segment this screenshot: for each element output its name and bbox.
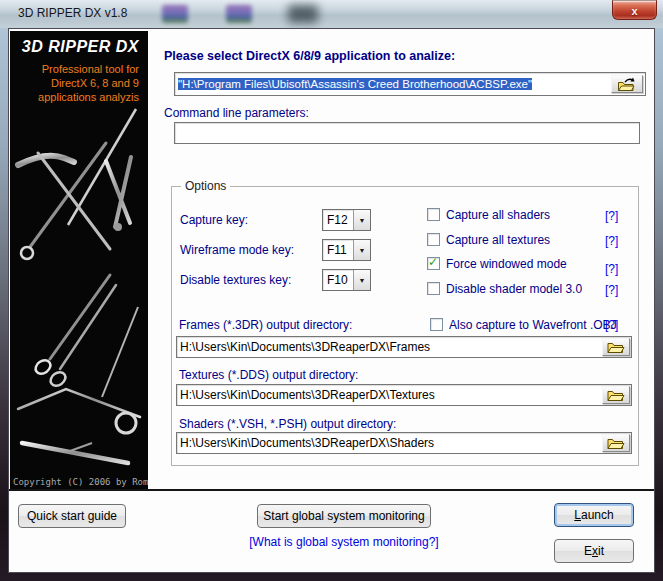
capture-all-shaders-help-link[interactable]: [?] [605, 209, 618, 223]
footer-bar: Quick start guide Start global system mo… [9, 489, 654, 572]
disable-shader-model-help-link[interactable]: [?] [605, 283, 618, 297]
open-folder-arrow-icon [617, 77, 637, 92]
disable-textures-key-dropdown-button[interactable]: ▼ [353, 270, 370, 290]
disable-shader-model-label: Disable shader model 3.0 [446, 282, 582, 296]
wavefront-obj-checkbox[interactable]: ✓ [430, 318, 443, 331]
glass-reflection [226, 5, 252, 23]
surgical-instruments-image [10, 107, 148, 473]
close-icon: x [631, 5, 637, 17]
disable-shader-model-checkbox[interactable]: ✓ [427, 282, 440, 295]
textures-dir-value: H:\Users\Kin\Documents\3DReaperDX\Textur… [177, 385, 631, 405]
start-monitoring-button[interactable]: Start global system monitoring [257, 504, 431, 528]
wireframe-key-label: Wireframe mode key: [180, 243, 294, 257]
browse-textures-dir-button[interactable] [602, 386, 630, 404]
frames-dir-input[interactable]: H:\Users\Kin\Documents\3DReaperDX\Frames [176, 336, 632, 358]
options-groupbox: Options Capture key: F12 ▼ Wireframe mod… [171, 186, 639, 466]
shaders-dir-input[interactable]: H:\Users\Kin\Documents\3DReaperDX\Shader… [176, 432, 632, 454]
chevron-down-icon: ▼ [359, 247, 366, 254]
frames-dir-label: Frames (*.3DR) output directory: [179, 318, 352, 332]
capture-all-textures-checkbox[interactable]: ✓ [427, 233, 440, 246]
capture-all-shaders-checkbox[interactable]: ✓ [427, 208, 440, 221]
app-window: 3D RIPPER DX v1.8 x 3D RIPPER DX Profess… [0, 0, 663, 581]
folder-icon [607, 389, 625, 402]
disable-textures-key-value: F10 [327, 270, 348, 290]
folder-icon [607, 437, 625, 450]
titlebar[interactable]: 3D RIPPER DX v1.8 x [0, 0, 663, 28]
chevron-down-icon: ▼ [359, 217, 366, 224]
close-button[interactable]: x [612, 0, 657, 20]
textures-dir-input[interactable]: H:\Users\Kin\Documents\3DReaperDX\Textur… [176, 384, 632, 406]
glass-reflection [288, 5, 318, 23]
force-windowed-mode-label: Force windowed mode [446, 257, 567, 271]
capture-key-label: Capture key: [180, 213, 248, 227]
browse-frames-dir-button[interactable] [602, 338, 630, 356]
app-select-label: Please select DirectX 6/8/9 application … [164, 49, 455, 63]
monitoring-help-link[interactable]: [What is global system monitoring?] [239, 535, 449, 549]
capture-key-combo[interactable]: F12 ▼ [322, 209, 371, 231]
quick-start-guide-button[interactable]: Quick start guide [18, 504, 126, 528]
capture-all-shaders-label: Capture all shaders [446, 208, 550, 222]
launch-button[interactable]: Launch [554, 503, 634, 527]
disable-textures-key-combo[interactable]: F10 ▼ [322, 269, 371, 291]
options-group-title: Options [181, 179, 230, 193]
shaders-dir-label: Shaders (*.VSH, *.PSH) output directory: [179, 417, 396, 431]
cmd-params-field [174, 122, 640, 144]
sidebar: 3D RIPPER DX Professional tool for Direc… [10, 31, 148, 489]
main-form: Please select DirectX 6/8/9 application … [148, 29, 654, 491]
frames-dir-value: H:\Users\Kin\Documents\3DReaperDX\Frames [177, 337, 631, 357]
textures-dir-label: Textures (*.DDS) output directory: [179, 368, 358, 382]
wavefront-obj-label: Also capture to Wavefront .OBJ [449, 318, 617, 332]
disable-textures-key-label: Disable textures key: [180, 273, 291, 287]
browse-shaders-dir-button[interactable] [602, 434, 630, 452]
brand-tagline: Professional tool for DirectX 6, 8 and 9… [10, 62, 139, 104]
wireframe-key-dropdown-button[interactable]: ▼ [353, 240, 370, 260]
capture-key-dropdown-button[interactable]: ▼ [353, 210, 370, 230]
wavefront-obj-help-link[interactable]: [?] [605, 318, 618, 332]
window-title: 3D RIPPER DX v1.8 [18, 0, 127, 27]
capture-key-value: F12 [327, 210, 348, 230]
capture-all-textures-help-link[interactable]: [?] [605, 234, 618, 248]
check-icon: ✓ [428, 255, 438, 269]
wireframe-key-value: F11 [327, 240, 347, 260]
copyright-text: Copyright (C) 2006 by Roman Lut [13, 477, 148, 487]
glass-reflection [162, 5, 188, 23]
chevron-down-icon: ▼ [359, 277, 366, 284]
upper-section: 3D RIPPER DX Professional tool for Direc… [9, 29, 654, 491]
folder-icon [607, 341, 625, 354]
brand-title: 3D RIPPER DX [10, 38, 139, 56]
wireframe-key-combo[interactable]: F11 ▼ [322, 239, 371, 261]
cmd-params-label: Command line parameters: [164, 106, 309, 120]
force-windowed-mode-checkbox[interactable]: ✓ [427, 257, 440, 270]
capture-all-textures-label: Capture all textures [446, 233, 550, 247]
exit-button[interactable]: Exit [554, 539, 634, 563]
cmd-params-input[interactable] [175, 123, 639, 143]
dialog-client-area: 3D RIPPER DX Professional tool for Direc… [8, 28, 655, 573]
selected-path-text: "H:\Program Files\Ubisoft\Assassin's Cre… [178, 78, 532, 90]
application-path-input[interactable]: "H:\Program Files\Ubisoft\Assassin's Cre… [174, 72, 646, 96]
force-windowed-mode-help-link[interactable]: [?] [605, 262, 618, 276]
shaders-dir-value: H:\Users\Kin\Documents\3DReaperDX\Shader… [177, 433, 631, 453]
browse-application-button[interactable] [611, 75, 643, 93]
